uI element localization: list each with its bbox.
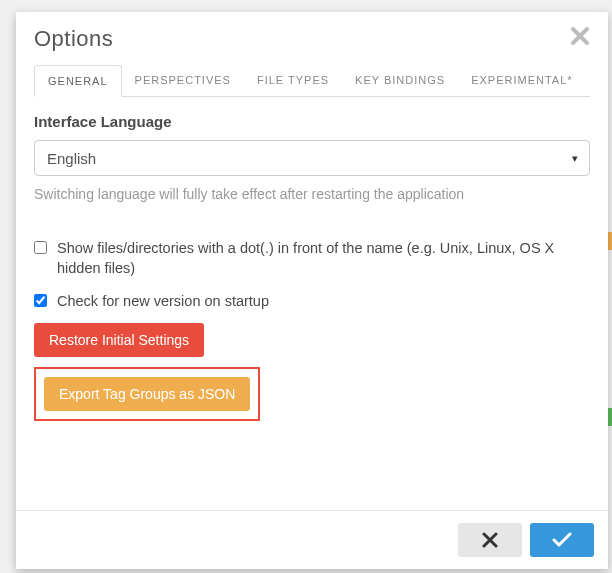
dialog-footer [16,510,608,569]
tab-file-types[interactable]: FILE TYPES [244,65,342,97]
tab-key-bindings[interactable]: KEY BINDINGS [342,65,458,97]
check-update-checkbox[interactable] [34,294,47,307]
export-tag-groups-button[interactable]: Export Tag Groups as JSON [44,377,250,411]
confirm-button[interactable] [530,523,594,557]
language-help-text: Switching language will fully take effec… [34,186,590,202]
tab-perspectives[interactable]: PERSPECTIVES [122,65,244,97]
close-icon [482,532,498,548]
cancel-button[interactable] [458,523,522,557]
options-dialog: Options GENERAL PERSPECTIVES FILE TYPES … [16,12,608,569]
tab-experimental[interactable]: EXPERIMENTAL* [458,65,585,97]
tab-bar: GENERAL PERSPECTIVES FILE TYPES KEY BIND… [34,64,590,97]
show-hidden-checkbox[interactable] [34,241,47,254]
language-select[interactable]: English [34,140,590,176]
tab-panel-general: Interface Language English Switching lan… [16,97,608,510]
check-update-row[interactable]: Check for new version on startup [34,291,590,311]
tab-general[interactable]: GENERAL [34,65,122,97]
check-icon [552,532,572,548]
show-hidden-row[interactable]: Show files/directories with a dot(.) in … [34,238,590,279]
show-hidden-label: Show files/directories with a dot(.) in … [57,238,590,279]
restore-settings-button[interactable]: Restore Initial Settings [34,323,204,357]
export-highlight-box: Export Tag Groups as JSON [34,367,260,421]
language-label: Interface Language [34,113,590,130]
dialog-title: Options [34,26,113,52]
check-update-label: Check for new version on startup [57,291,269,311]
close-icon[interactable] [570,26,590,46]
